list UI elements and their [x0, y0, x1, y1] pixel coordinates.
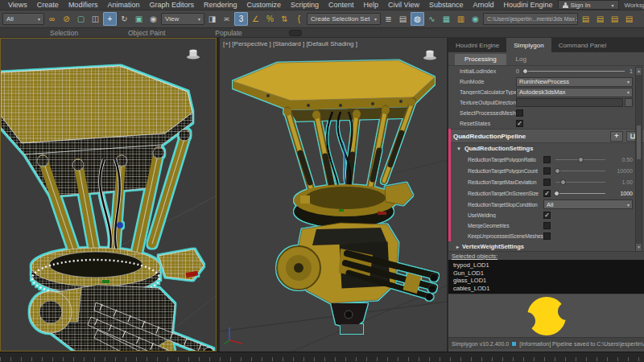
menu-civil-view[interactable]: Civil View — [383, 1, 424, 9]
selectprocessedmeshes-checkbox[interactable] — [516, 109, 523, 117]
ribbon-tab-object-paint[interactable]: Object Paint — [128, 29, 165, 37]
ribbon-tab-populate[interactable]: Populate — [215, 29, 242, 37]
menu-substance[interactable]: Substance — [424, 1, 469, 9]
tab-command-panel[interactable]: Command Panel — [551, 38, 614, 52]
select-and-scale-icon[interactable]: ▣ — [132, 12, 146, 26]
sign-in-label: Sign In — [571, 2, 591, 9]
polygoncount-slider[interactable] — [555, 171, 605, 171]
rectangular-selection-region-icon[interactable]: ▢ — [74, 12, 88, 26]
viewport-left[interactable] — [0, 38, 217, 352]
scene-explorer-icon[interactable]: ≣ — [382, 12, 395, 26]
spinner-snap-icon[interactable]: ⇅ — [278, 12, 291, 26]
curve-editor-icon[interactable]: ∿ — [425, 12, 439, 26]
viewcube-hat-icon[interactable] — [186, 48, 200, 60]
list-item[interactable]: trypod_LOD1 — [453, 261, 644, 269]
tab-processing[interactable]: Processing — [455, 54, 506, 65]
quick-align-icon[interactable]: ≍ — [220, 12, 233, 26]
select-and-link-icon[interactable]: ∞ — [45, 12, 59, 26]
menu-views[interactable]: Views — [3, 1, 32, 9]
wireframe-model — [1, 66, 213, 351]
polygoncount-checkbox[interactable] — [543, 167, 551, 175]
usewelding-checkbox[interactable]: ✓ — [543, 212, 551, 219]
scroll-down-icon[interactable]: ▼ — [636, 244, 642, 251]
viewcube-hat-icon[interactable] — [423, 49, 437, 60]
tab-log[interactable]: Log — [506, 54, 536, 65]
layer-explorer-icon[interactable]: ▤ — [396, 12, 410, 26]
render-setup-icon[interactable]: ▦ — [440, 12, 453, 26]
viewport-label[interactable]: [+] [Perspective ] [Standard ] [Default … — [223, 40, 357, 47]
select-and-rotate-icon[interactable]: ↻ — [118, 12, 131, 26]
time-slider-track[interactable] — [0, 352, 644, 362]
menu-content[interactable]: Content — [324, 1, 359, 9]
viewport-left-canvas[interactable] — [1, 39, 216, 351]
tab-simplygon[interactable]: Simplygon — [506, 38, 551, 52]
menu-help[interactable]: Help — [359, 1, 384, 9]
menu-rendering[interactable]: Rendering — [199, 1, 242, 9]
panel-scrollbar[interactable]: ▲ ▼ — [635, 67, 642, 252]
sign-in-button[interactable]: Sign In ▾ — [558, 0, 619, 10]
named-selection-set-input[interactable]: Create Selection Set▾ — [307, 13, 381, 25]
viewport-right[interactable]: [+] [Perspective ] [Standard ] [Default … — [220, 38, 447, 352]
resetstates-checkbox[interactable]: ✓ — [516, 120, 523, 127]
project-folder-icon[interactable]: ▤ — [579, 12, 592, 26]
maxdeviation-checkbox[interactable] — [543, 179, 551, 186]
tangentcalculatortype-select[interactable]: Autodesk3dsMax▾ — [516, 88, 633, 97]
maxdeviation-slider[interactable] — [555, 182, 605, 183]
selected-objects-list[interactable]: trypod_LOD1 Gun_LOD1 glass_LOD1 cables_L… — [448, 260, 644, 294]
panel-tab-bar: Houdini Engine Simplygon Command Panel — [448, 38, 644, 52]
textureoutputdirectory-input[interactable] — [516, 98, 623, 107]
main-toolbar: All▾ ∞ ⊘ ▢ ◫ + ↻ ▣ ◉ View▾ ◨ ≍ 3 ∠ % ⇅ {… — [0, 10, 644, 28]
project-folder-icon[interactable]: ▤ — [608, 12, 621, 26]
initiallodindex-slider[interactable] — [524, 71, 625, 72]
tab-houdini-engine[interactable]: Houdini Engine — [448, 38, 506, 52]
selection-filter-select[interactable]: All▾ — [2, 13, 44, 25]
select-and-move-icon[interactable]: + — [103, 12, 117, 26]
polygonratio-slider[interactable] — [555, 159, 605, 160]
render-production-icon[interactable]: ◉ — [469, 12, 482, 26]
window-crossing-icon[interactable]: ◫ — [89, 12, 102, 26]
menu-houdini-engine[interactable]: Houdini Engine — [498, 1, 557, 9]
polygonratio-checkbox[interactable] — [543, 156, 551, 163]
project-path-select[interactable]: C:\Users\jespertin...ments\3ds Max 202▾ — [483, 13, 578, 25]
ribbon-tab-selection[interactable]: Selection — [50, 29, 78, 37]
material-editor-icon[interactable]: ◍ — [411, 12, 424, 26]
snaps-toggle-icon[interactable]: 3 — [234, 12, 248, 26]
list-item[interactable]: glass_LOD1 — [453, 277, 644, 285]
menu-animation[interactable]: Animation — [102, 1, 144, 9]
ribbon-config-icon[interactable] — [289, 30, 302, 36]
onscreensize-checkbox[interactable]: ✓ — [543, 190, 551, 197]
ribbon-tab-bar: Selection Object Paint Populate — [0, 28, 644, 38]
browse-button[interactable] — [625, 98, 633, 107]
onscreensize-slider[interactable] — [555, 193, 605, 194]
percent-snap-icon[interactable]: % — [263, 12, 277, 26]
scroll-up-icon[interactable]: ▲ — [636, 68, 642, 75]
menu-customize[interactable]: Customize — [242, 1, 286, 9]
project-folder-icon[interactable]: ▤ — [593, 12, 607, 26]
menu-create[interactable]: Create — [32, 1, 64, 9]
vertexweightsettings-header[interactable]: ▸ VertexWeightSettings — [448, 241, 644, 251]
project-folder-icon[interactable]: ▤ — [622, 12, 636, 26]
menu-modifiers[interactable]: Modifiers — [64, 1, 103, 9]
keepunprocessed-checkbox[interactable] — [543, 232, 551, 240]
list-item[interactable]: cables_LOD1 — [453, 285, 644, 293]
add-pipeline-icon[interactable]: + — [610, 131, 623, 142]
mergegeometries-checkbox[interactable] — [543, 222, 551, 229]
user-icon — [563, 2, 568, 8]
quadreductionsettings-header[interactable]: ▼ QuadReductionSettings — [448, 143, 644, 154]
maxscript-icon[interactable]: { — [292, 12, 306, 26]
scrollbar-thumb[interactable] — [637, 125, 641, 159]
stopcondition-select[interactable]: All▾ — [543, 200, 633, 209]
runmode-select[interactable]: RunInNewProcess▾ — [516, 77, 633, 87]
list-item[interactable]: Gun_LOD1 — [453, 269, 644, 278]
reference-coordinate-select[interactable]: View▾ — [161, 13, 204, 25]
viewport-right-canvas[interactable] — [220, 38, 447, 352]
rendered-frame-icon[interactable]: ▥ — [454, 12, 468, 26]
menu-bar: Views Create Modifiers Animation Graph E… — [0, 0, 644, 10]
angle-snap-icon[interactable]: ∠ — [249, 12, 262, 26]
unlink-selection-icon[interactable]: ⊘ — [60, 12, 73, 26]
use-pivot-center-icon[interactable]: ◉ — [147, 12, 160, 26]
menu-graph-editors[interactable]: Graph Editors — [144, 1, 199, 9]
mirror-icon[interactable]: ◨ — [205, 12, 219, 26]
menu-arnold[interactable]: Arnold — [468, 1, 498, 9]
menu-scripting[interactable]: Scripting — [286, 1, 324, 9]
